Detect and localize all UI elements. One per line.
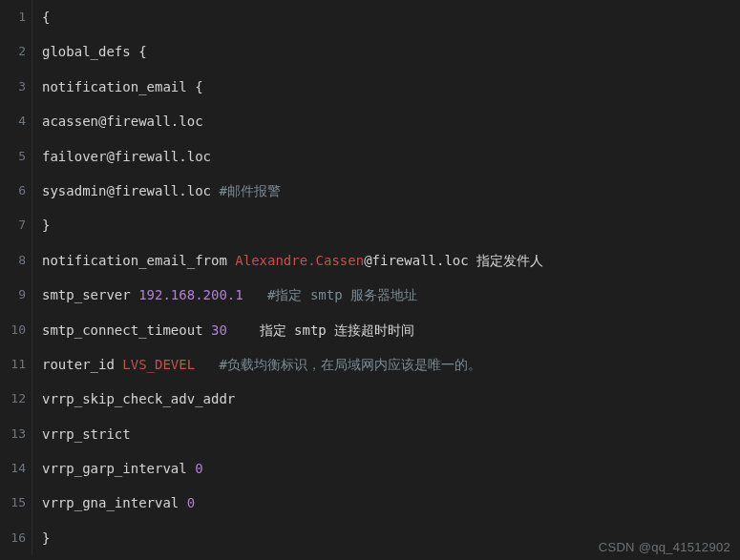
token: 0 <box>195 461 202 476</box>
token: notification_email { <box>42 79 203 94</box>
token: 0 <box>187 495 195 510</box>
watermark: CSDN @qq_41512902 <box>599 540 730 554</box>
code-content[interactable]: global_defs { <box>32 34 147 69</box>
code-line[interactable]: 6sysadmin@firewall.loc #邮件报警 <box>0 174 740 208</box>
code-content[interactable]: router_id LVS_DEVEL #负载均衡标识，在局域网内应该是唯一的。 <box>32 347 481 382</box>
code-content[interactable]: vrrp_gna_interval 0 <box>32 486 195 520</box>
token: @firewall.loc 指定发件人 <box>364 253 543 268</box>
line-number: 13 <box>0 417 32 451</box>
token: global_defs { <box>42 44 147 59</box>
code-content[interactable]: vrrp_skip_check_adv_addr <box>32 382 235 416</box>
token: 指定 smtp 连接超时时间 <box>227 322 414 338</box>
code-line[interactable]: 9smtp_server 192.168.200.1 #指定 smtp 服务器地… <box>0 278 740 312</box>
line-number: 9 <box>0 278 32 312</box>
token: failover@firewall.loc <box>42 149 211 164</box>
code-content[interactable]: sysadmin@firewall.loc #邮件报警 <box>32 174 281 208</box>
code-editor[interactable]: 1{2global_defs {3notification_email {4ac… <box>0 0 740 560</box>
code-line[interactable]: 2global_defs { <box>0 34 740 69</box>
token <box>243 287 267 302</box>
line-number: 12 <box>0 382 32 416</box>
token: vrrp_strict <box>42 426 131 442</box>
line-number: 16 <box>0 521 32 555</box>
line-number: 3 <box>0 70 32 104</box>
line-number: 14 <box>0 451 32 486</box>
code-content[interactable]: failover@firewall.loc <box>32 139 211 174</box>
code-content[interactable]: } <box>32 521 50 555</box>
code-line[interactable]: 4acassen@firewall.loc <box>0 104 740 138</box>
code-line[interactable]: 14vrrp_garp_interval 0 <box>0 451 740 486</box>
token: LVS_DEVEL <box>122 357 195 372</box>
line-number: 1 <box>0 0 32 34</box>
code-line[interactable]: 5failover@firewall.loc <box>0 139 740 174</box>
token: vrrp_gna_interval <box>42 495 187 510</box>
token: #邮件报警 <box>219 183 280 198</box>
token: Alexandre.Cassen <box>235 253 364 268</box>
code-content[interactable]: { <box>32 0 50 34</box>
token: acassen@firewall.loc <box>42 114 203 129</box>
token: smtp_server <box>42 287 138 302</box>
token: } <box>42 218 50 233</box>
line-number: 8 <box>0 243 32 278</box>
line-number: 2 <box>0 34 32 69</box>
token: vrrp_skip_check_adv_addr <box>42 391 235 406</box>
token: 30 <box>211 322 227 338</box>
code-line[interactable]: 15vrrp_gna_interval 0 <box>0 486 740 520</box>
token: vrrp_garp_interval <box>42 461 195 476</box>
code-content[interactable]: acassen@firewall.loc <box>32 104 203 138</box>
token: #指定 smtp 服务器地址 <box>267 287 417 302</box>
line-number: 7 <box>0 208 32 242</box>
token: #负载均衡标识，在局域网内应该是唯一的。 <box>219 357 480 372</box>
code-content[interactable]: vrrp_strict <box>32 417 131 451</box>
code-line[interactable]: 13vrrp_strict <box>0 417 740 451</box>
code-content[interactable]: notification_email_from Alexandre.Cassen… <box>32 243 543 278</box>
token: 192.168.200.1 <box>138 287 243 302</box>
line-number: 15 <box>0 486 32 520</box>
line-number: 6 <box>0 174 32 208</box>
line-number: 5 <box>0 139 32 174</box>
code-line[interactable]: 8notification_email_from Alexandre.Casse… <box>0 243 740 278</box>
code-line[interactable]: 10smtp_connect_timeout 30 指定 smtp 连接超时时间 <box>0 313 740 347</box>
token: } <box>42 530 50 546</box>
code-content[interactable]: smtp_connect_timeout 30 指定 smtp 连接超时时间 <box>32 313 414 347</box>
code-line[interactable]: 12vrrp_skip_check_adv_addr <box>0 382 740 416</box>
line-number: 10 <box>0 313 32 347</box>
code-line[interactable]: 7} <box>0 208 740 242</box>
line-number: 4 <box>0 104 32 138</box>
code-line[interactable]: 1{ <box>0 0 740 34</box>
token: notification_email_from <box>42 253 235 268</box>
code-content[interactable]: } <box>32 208 50 242</box>
code-content[interactable]: smtp_server 192.168.200.1 #指定 smtp 服务器地址 <box>32 278 417 312</box>
code-content[interactable]: notification_email { <box>32 70 203 104</box>
code-line[interactable]: 11router_id LVS_DEVEL #负载均衡标识，在局域网内应该是唯一… <box>0 347 740 382</box>
token <box>195 357 219 372</box>
code-line[interactable]: 3notification_email { <box>0 70 740 104</box>
token: router_id <box>42 357 122 372</box>
code-content[interactable]: vrrp_garp_interval 0 <box>32 451 203 486</box>
line-number: 11 <box>0 347 32 382</box>
token: { <box>42 10 50 25</box>
token: sysadmin@firewall.loc <box>42 183 219 198</box>
token: smtp_connect_timeout <box>42 322 211 338</box>
